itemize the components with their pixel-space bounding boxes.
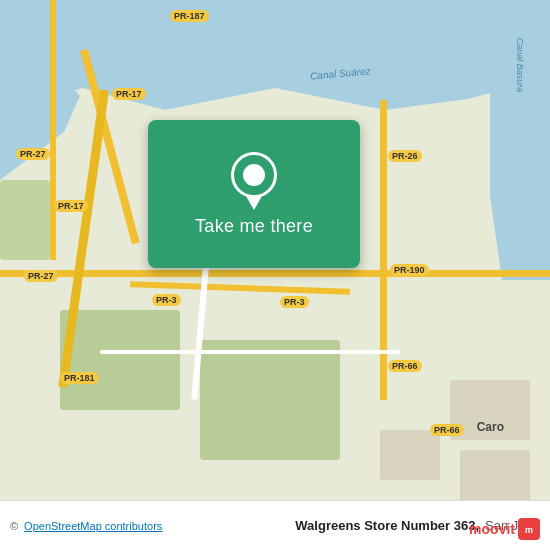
map-container: Canal Suárez Canal Basura PR-187 PR-17 P… xyxy=(0,0,550,550)
pin-inner-dot xyxy=(243,164,265,186)
take-me-there-card[interactable]: Take me there xyxy=(148,120,360,268)
moovit-logo-svg: m xyxy=(521,521,537,537)
road-label-pr190: PR-190 xyxy=(390,264,429,276)
road-label-pr66a: PR-66 xyxy=(388,360,422,372)
store-name: Walgreens Store Number 363, xyxy=(295,518,479,533)
road-label-pr27b: PR-27 xyxy=(24,270,58,282)
road-label-pr27a: PR-27 xyxy=(16,148,50,160)
copyright-symbol: © xyxy=(10,520,18,532)
road-label-pr181: PR-181 xyxy=(60,372,99,384)
city-block-2 xyxy=(380,430,440,480)
road-label-pr3b: PR-3 xyxy=(280,296,309,308)
road-label-pr66b: PR-66 xyxy=(430,424,464,436)
pin-tail xyxy=(246,196,262,210)
road-label-pr17b: PR-17 xyxy=(54,200,88,212)
road-label-pr17a: PR-17 xyxy=(112,88,146,100)
road-vertical-right xyxy=(380,100,387,400)
city-label-caro: Caro xyxy=(477,420,504,434)
svg-text:m: m xyxy=(525,525,533,535)
green-area-2 xyxy=(200,340,340,460)
moovit-icon: m xyxy=(518,518,540,540)
pin-outer-ring xyxy=(231,152,277,198)
osm-attribution[interactable]: OpenStreetMap contributors xyxy=(24,520,162,532)
green-area-3 xyxy=(0,180,50,260)
location-pin-icon xyxy=(231,152,277,208)
road-label-pr3a: PR-3 xyxy=(152,294,181,306)
road-white-2 xyxy=(100,350,400,354)
road-left-vert xyxy=(50,0,56,260)
moovit-logo: moovit m xyxy=(469,518,540,540)
road-label-pr26: PR-26 xyxy=(388,150,422,162)
green-area-1 xyxy=(60,310,180,410)
take-me-there-label: Take me there xyxy=(195,216,313,237)
bottom-bar: © OpenStreetMap contributors Walgreens S… xyxy=(0,500,550,550)
moovit-text: moovit xyxy=(469,521,515,537)
road-label-pr187: PR-187 xyxy=(170,10,209,22)
canal-basura-label: Canal Basura xyxy=(516,38,526,93)
